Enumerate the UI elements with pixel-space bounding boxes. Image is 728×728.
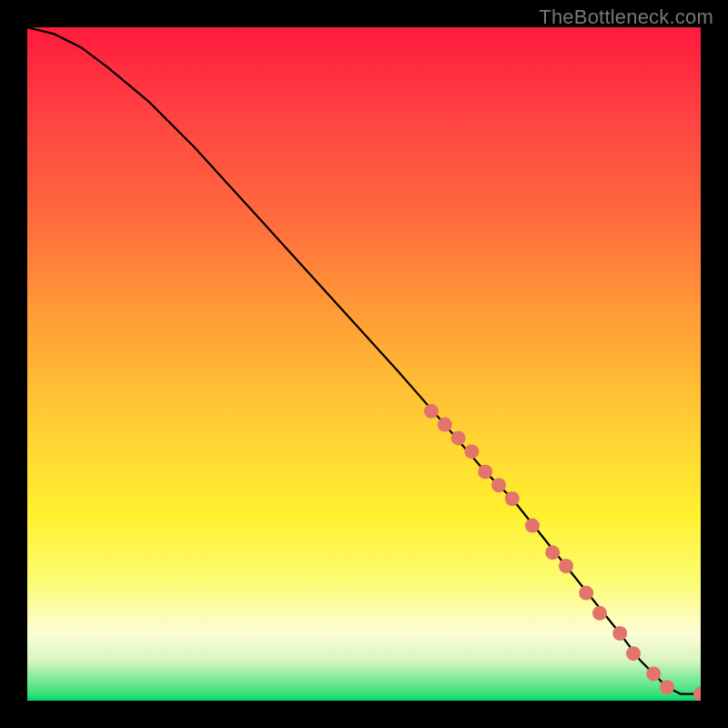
- plot-area: [27, 27, 701, 701]
- scatter-point: [464, 444, 479, 459]
- bottleneck-curve-line: [27, 27, 701, 694]
- scatter-point: [438, 418, 452, 432]
- scatter-point: [612, 626, 627, 641]
- scatter-point: [424, 404, 439, 419]
- scatter-point: [693, 687, 701, 701]
- scatter-point: [451, 430, 466, 445]
- scatter-point: [579, 586, 593, 601]
- scatter-points-group: [424, 404, 701, 701]
- watermark-text: TheBottleneck.com: [539, 5, 713, 29]
- chart-frame: TheBottleneck.com: [0, 0, 728, 728]
- scatter-point: [525, 519, 540, 533]
- scatter-point: [559, 559, 573, 573]
- scatter-point: [505, 491, 520, 506]
- scatter-point: [646, 666, 661, 681]
- scatter-point: [660, 680, 674, 694]
- scatter-point: [545, 545, 560, 560]
- scatter-point: [478, 464, 492, 479]
- scatter-point: [491, 478, 506, 492]
- scatter-point: [626, 646, 641, 661]
- scatter-point: [592, 606, 607, 621]
- curve-layer: [27, 27, 701, 701]
